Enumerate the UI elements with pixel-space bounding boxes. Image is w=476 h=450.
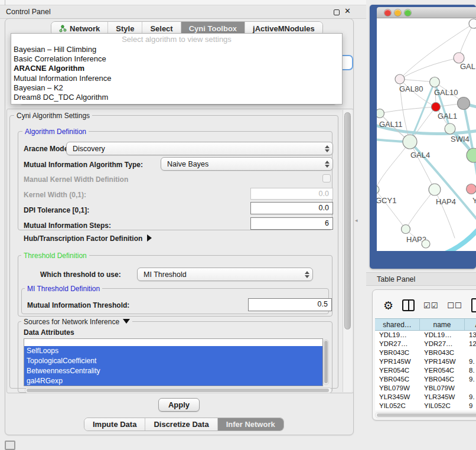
algorithm-option[interactable]: Bayesian – Hill Climbing xyxy=(11,45,342,54)
network-node-gal11[interactable] xyxy=(377,109,384,118)
table-cell: 9. xyxy=(465,357,476,366)
data-attribute-item[interactable]: TopologicalCoefficient xyxy=(24,356,322,366)
attributes-vertical-scrollbar[interactable] xyxy=(323,340,329,385)
table-cell: 9. xyxy=(465,375,476,384)
network-node-gal1[interactable] xyxy=(432,103,441,112)
algorithm-option[interactable]: Dream8 DC_TDC Algorithm xyxy=(11,93,342,102)
network-node[interactable] xyxy=(469,19,476,28)
close-traffic-light[interactable] xyxy=(384,9,391,16)
algorithm-option[interactable]: Bayesian – K2 xyxy=(11,83,342,93)
network-node[interactable] xyxy=(422,240,430,248)
data-attributes-items: SelfLoopsTopologicalCoefficientBetweenne… xyxy=(24,346,322,386)
column-header-partial[interactable]: A xyxy=(465,319,476,330)
network-node-gal80[interactable] xyxy=(395,74,405,84)
kernel-width-field[interactable]: 0.0 xyxy=(250,188,333,200)
top-strip xyxy=(0,0,366,5)
algorithm-option[interactable]: ARACNE Algorithm xyxy=(11,64,342,73)
threshold-definition-title: Threshold Definition xyxy=(21,252,89,260)
aracne-mode-combo[interactable]: Discovery xyxy=(66,142,333,155)
panel-splitter-handle[interactable]: ◂ xyxy=(355,218,358,223)
network-node-hap2[interactable] xyxy=(402,225,410,234)
table-row[interactable]: YDR27…YDR27…12 xyxy=(375,340,476,348)
select-all-checkboxes-icon[interactable]: ☑☑ xyxy=(423,301,438,310)
mi-type-combo[interactable]: Naive Bayes xyxy=(161,157,333,171)
table-row[interactable]: YBR045CYBR045C9. xyxy=(375,375,476,384)
network-node-label: HAP4 xyxy=(436,197,456,206)
network-canvas[interactable]: GALGAL80GAL10GAL1GAL11SWI4GAL4GCY1HAP4YH… xyxy=(377,18,476,251)
sources-group-title[interactable]: Sources for Network Inference xyxy=(21,318,132,326)
tab-impute-data[interactable]: Impute Data xyxy=(84,418,145,431)
mi-threshold-field[interactable]: 0.5 xyxy=(248,298,332,311)
minimize-traffic-light[interactable] xyxy=(395,9,401,16)
scrollbar-thumb[interactable] xyxy=(344,112,351,330)
column-header-shared-name[interactable]: shared… xyxy=(375,319,420,330)
network-edge xyxy=(445,225,476,251)
tab-infer-network[interactable]: Infer Network xyxy=(218,418,283,431)
table-cell: YBR045C xyxy=(375,375,420,384)
algorithm-option[interactable]: Basic Correlation Inference xyxy=(11,54,342,64)
network-node-y[interactable] xyxy=(467,184,476,194)
table-cell: YBR045C xyxy=(420,375,465,384)
network-node-gal10[interactable] xyxy=(430,77,440,87)
data-attribute-item[interactable]: gal4RGexp xyxy=(24,376,322,386)
close-icon[interactable]: ✕ xyxy=(344,6,351,15)
split-columns-icon[interactable] xyxy=(402,299,415,311)
network-node-label: GCY1 xyxy=(377,196,396,205)
settings-vertical-scrollbar[interactable] xyxy=(343,110,352,392)
apply-button[interactable]: Apply xyxy=(158,398,200,412)
scrollbar-thumb[interactable] xyxy=(27,389,329,392)
table-row[interactable]: YDL19…YDL19…13 xyxy=(375,331,476,340)
algorithm-option[interactable]: Mutual Information Inference xyxy=(11,74,342,83)
network-graph: GALGAL80GAL10GAL1GAL11SWI4GAL4GCY1HAP4YH… xyxy=(377,18,476,251)
algorithm-dropdown-prompt: Select algorithm to view settings xyxy=(11,34,342,45)
manual-kernel-checkbox[interactable] xyxy=(322,174,331,182)
table-toolbar: ⚙ ☑☑ ☐☐ xyxy=(375,295,476,316)
data-attributes-label: Data Attributes xyxy=(24,328,74,337)
hub-definition-toggle[interactable]: Hub/Transcription Factor Definition xyxy=(24,234,152,243)
tab-discretize-data[interactable]: Discretize Data xyxy=(145,418,217,431)
network-node-swi4[interactable] xyxy=(445,123,455,134)
scrollbar-thumb[interactable] xyxy=(377,413,476,417)
table-cell: 9 xyxy=(465,402,476,410)
dpi-tolerance-label: DPI Tolerance [0,1]: xyxy=(24,206,89,214)
bottom-tabbar: Impute Data Discretize Data Infer Networ… xyxy=(84,418,284,431)
kernel-width-label: Kernel Width (0,1): xyxy=(24,191,86,199)
table-row[interactable]: YPR145WYPR145W9. xyxy=(375,357,476,366)
table-horizontal-scrollbar[interactable] xyxy=(375,412,476,418)
network-node-gal4[interactable] xyxy=(403,135,417,149)
network-node-gcy1[interactable] xyxy=(377,185,379,194)
docked-panel-icon[interactable] xyxy=(5,441,15,450)
table-row[interactable]: YIL052CYIL052C9 xyxy=(375,402,476,410)
deselect-checkboxes-icon[interactable]: ☐☐ xyxy=(447,301,462,310)
network-node-label: GAL4 xyxy=(410,151,430,159)
network-node[interactable] xyxy=(467,148,476,162)
table-cell: YER054C xyxy=(420,366,465,375)
table-cell: YDL19… xyxy=(375,331,420,340)
table-cell: YIL052C xyxy=(420,402,465,410)
data-attribute-item[interactable]: BetweennessCentrality xyxy=(24,366,322,376)
table-row[interactable]: YER054CYER054C8. xyxy=(375,366,476,375)
network-node-hap4[interactable] xyxy=(429,184,441,195)
network-edge xyxy=(377,142,410,190)
document-icon[interactable] xyxy=(471,298,476,312)
zoom-traffic-light[interactable] xyxy=(405,9,411,16)
attributes-horizontal-scrollbar[interactable] xyxy=(25,387,332,393)
control-panel-titlebar: Control Panel ✕ xyxy=(0,5,366,19)
which-threshold-combo[interactable]: MI Threshold xyxy=(137,268,313,281)
mi-steps-field[interactable]: 6 xyxy=(250,217,333,230)
network-node-label: Y xyxy=(472,196,476,205)
table-row[interactable]: YBL079WYBL079W xyxy=(375,384,476,393)
table-cell: YDL19… xyxy=(420,331,465,340)
column-header-name[interactable]: name xyxy=(420,319,465,330)
settings-gear-icon[interactable]: ⚙ xyxy=(383,299,393,311)
table-row[interactable]: YBR043CYBR043C xyxy=(375,348,476,357)
aracne-mode-value: Discovery xyxy=(67,145,322,153)
table-row[interactable]: YLR345WYLR345W9. xyxy=(375,393,476,402)
network-node[interactable] xyxy=(458,97,470,110)
mi-threshold-group-title: MI Threshold Definition xyxy=(25,285,102,293)
table-cell: YPR145W xyxy=(420,357,465,366)
float-window-icon[interactable] xyxy=(334,9,340,15)
scrollbar-thumb[interactable] xyxy=(324,341,328,383)
data-attribute-item[interactable]: SelfLoops xyxy=(24,346,322,356)
dpi-tolerance-field[interactable]: 0.0 xyxy=(250,202,333,214)
